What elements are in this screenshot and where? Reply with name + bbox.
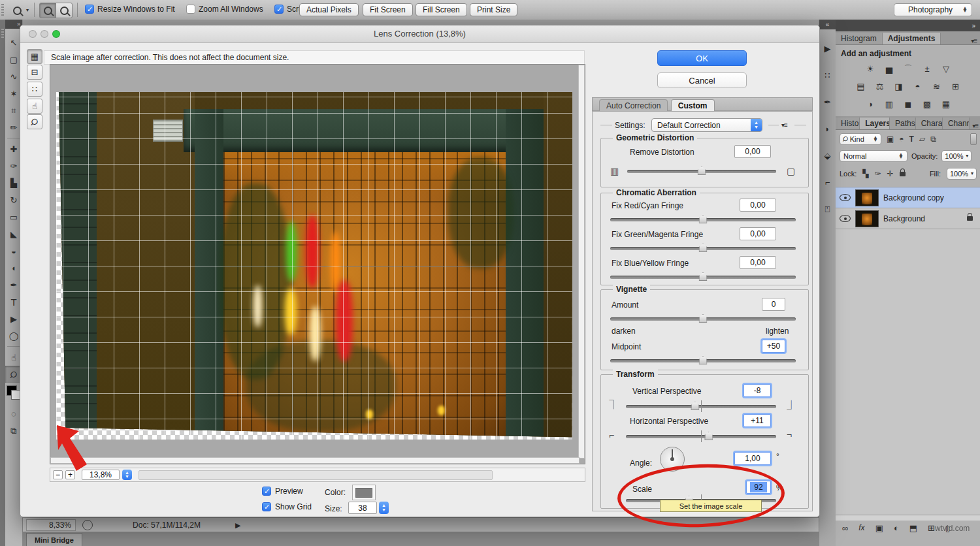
lock-all-icon[interactable]: [900, 172, 906, 176]
vignette-amount-slider[interactable]: [610, 317, 796, 321]
posterize-icon[interactable]: ▥: [881, 99, 897, 110]
angle-field[interactable]: 1,00: [734, 452, 771, 465]
tab-custom[interactable]: Custom: [671, 99, 715, 112]
dialog-title-bar[interactable]: Lens Correction (13,8%): [20, 25, 819, 43]
hue-saturation-icon[interactable]: ▤: [853, 81, 869, 92]
vertical-perspective-field[interactable]: -8: [743, 384, 771, 397]
collapsed-panel-icon[interactable]: ⌐: [825, 178, 830, 187]
horizontal-perspective-field[interactable]: +11: [743, 414, 771, 427]
black-white-icon[interactable]: ◨: [891, 81, 907, 92]
expand-panels-icon[interactable]: «: [819, 20, 836, 29]
slider-thumb[interactable]: [699, 272, 708, 281]
scrubby-zoom-checkbox-box[interactable]: [274, 5, 284, 14]
channel-mixer-icon[interactable]: ≋: [929, 81, 945, 92]
layer-visibility-icon[interactable]: [840, 194, 851, 201]
collapsed-panel-icon[interactable]: ✒: [824, 97, 831, 107]
slider-thumb[interactable]: [699, 215, 708, 223]
filter-shape-layers-icon[interactable]: ▱: [919, 135, 925, 143]
fix-green-magenta-field[interactable]: 0,00: [740, 227, 776, 240]
vibrance-icon[interactable]: ▽: [938, 63, 954, 74]
slider-thumb[interactable]: [699, 356, 708, 364]
exposure-icon[interactable]: ±: [919, 63, 935, 74]
grid-size-stepper[interactable]: ▲▼: [379, 502, 389, 514]
preview-image[interactable]: [56, 92, 572, 440]
vertical-scrollbar[interactable]: [578, 65, 585, 458]
collapsed-panel-icon[interactable]: ◗: [825, 124, 830, 134]
horizontal-perspective-slider[interactable]: [626, 435, 776, 438]
collapse-dock-icon[interactable]: »: [836, 20, 980, 31]
layer-row-background[interactable]: Background: [836, 208, 980, 229]
layer-filter-kind-select[interactable]: Ϙ Kind ▲▼: [840, 133, 881, 145]
lock-image-pixels-icon[interactable]: ✑: [875, 170, 881, 178]
panel-drag-handle[interactable]: [1, 4, 4, 16]
zoom-tool-icon[interactable]: [13, 6, 22, 18]
filter-pixel-layers-icon[interactable]: ▣: [887, 135, 894, 143]
remove-distortion-field[interactable]: 0,00: [734, 145, 771, 158]
new-adjustment-layer-icon[interactable]: ◐: [894, 523, 899, 533]
link-layers-icon[interactable]: ∞: [842, 523, 848, 533]
tab-channels[interactable]: Chanr: [943, 118, 970, 129]
curves-icon[interactable]: ⌒: [900, 63, 916, 74]
brightness-contrast-icon[interactable]: ☀: [862, 63, 878, 74]
horizontal-scrollbar[interactable]: [50, 457, 580, 464]
collapsed-panel-icon[interactable]: ⍞: [825, 204, 830, 215]
show-grid-checkbox[interactable]: [262, 502, 271, 511]
remove-distortion-slider[interactable]: [627, 170, 776, 173]
layer-effects-icon[interactable]: fx: [858, 523, 864, 532]
panel-menu-icon[interactable]: ▾≡: [967, 37, 980, 44]
resize-windows-checkbox-box[interactable]: [85, 5, 94, 14]
fit-screen-button[interactable]: Fit Screen: [363, 3, 413, 16]
settings-menu-icon[interactable]: ▾≡: [781, 121, 787, 129]
slider-thumb[interactable]: [698, 167, 706, 175]
fix-blue-yellow-field[interactable]: 0,00: [740, 256, 776, 269]
gradient-map-icon[interactable]: ▩: [919, 99, 935, 110]
slider-thumb[interactable]: [691, 402, 699, 410]
new-layer-icon[interactable]: ⊞: [928, 523, 935, 533]
slider-thumb[interactable]: [699, 314, 708, 323]
photo-filter-icon[interactable]: ◓: [910, 81, 926, 92]
fill-select[interactable]: 100% ▾: [947, 168, 977, 180]
blend-mode-select[interactable]: Normal ▲▼: [840, 150, 907, 162]
grid-color-swatch[interactable]: [355, 488, 372, 498]
selective-color-icon[interactable]: ▦: [938, 99, 954, 110]
layer-thumbnail[interactable]: [855, 210, 879, 227]
zoom-scroll-track[interactable]: [139, 470, 493, 480]
threshold-icon[interactable]: ◼: [900, 99, 916, 110]
slider-thumb[interactable]: [699, 244, 708, 252]
zoom-tool[interactable]: Ϙ: [27, 114, 42, 129]
minimize-window-button[interactable]: [41, 30, 48, 38]
close-window-button[interactable]: [29, 30, 37, 38]
zoom-stepper[interactable]: ▲▼: [122, 470, 132, 480]
fix-green-magenta-slider[interactable]: [610, 247, 796, 250]
color-balance-icon[interactable]: ⚖: [872, 81, 888, 92]
preview-toggle[interactable]: Preview: [262, 487, 303, 496]
tab-histogram[interactable]: Histogram: [836, 33, 883, 44]
workspace-switcher[interactable]: Photography ▲▼: [894, 3, 972, 16]
resize-windows-checkbox[interactable]: Resize Windows to Fit: [85, 5, 175, 14]
slider-thumb[interactable]: [704, 432, 713, 440]
tab-auto-correction[interactable]: Auto Correction: [599, 99, 668, 112]
ok-button[interactable]: OK: [657, 50, 747, 66]
layer-visibility-icon[interactable]: [840, 215, 851, 222]
new-group-icon[interactable]: ⬒: [909, 523, 917, 533]
actual-pixels-button[interactable]: Actual Pixels: [299, 3, 359, 16]
move-grid-tool[interactable]: ∷: [27, 82, 42, 97]
fix-blue-yellow-slider[interactable]: [610, 276, 796, 279]
mini-bridge-tab[interactable]: Mini Bridge: [26, 533, 82, 546]
tab-adjustments[interactable]: Adjustments: [883, 33, 941, 44]
tab-layers[interactable]: Layers: [860, 118, 890, 129]
layer-row-background-copy[interactable]: Background copy: [836, 187, 980, 208]
print-size-button[interactable]: Print Size: [470, 3, 517, 16]
zoom-all-windows-checkbox[interactable]: Zoom All Windows: [186, 5, 263, 14]
hand-tool[interactable]: ☝: [27, 99, 42, 114]
vignette-midpoint-slider[interactable]: [610, 359, 796, 362]
opacity-select[interactable]: 100% ▾: [941, 150, 972, 162]
filter-adjustment-layers-icon[interactable]: ◓: [899, 135, 904, 143]
add-layer-mask-icon[interactable]: ▣: [875, 523, 883, 533]
invert-icon[interactable]: ◑: [862, 99, 878, 110]
foreground-background-colors[interactable]: [7, 385, 21, 400]
filter-smart-objects-icon[interactable]: ⧉: [930, 135, 936, 143]
fix-red-cyan-slider[interactable]: [610, 218, 796, 221]
collapsed-panel-icon[interactable]: ∷: [825, 71, 830, 80]
layer-filter-toggle[interactable]: [970, 133, 977, 145]
